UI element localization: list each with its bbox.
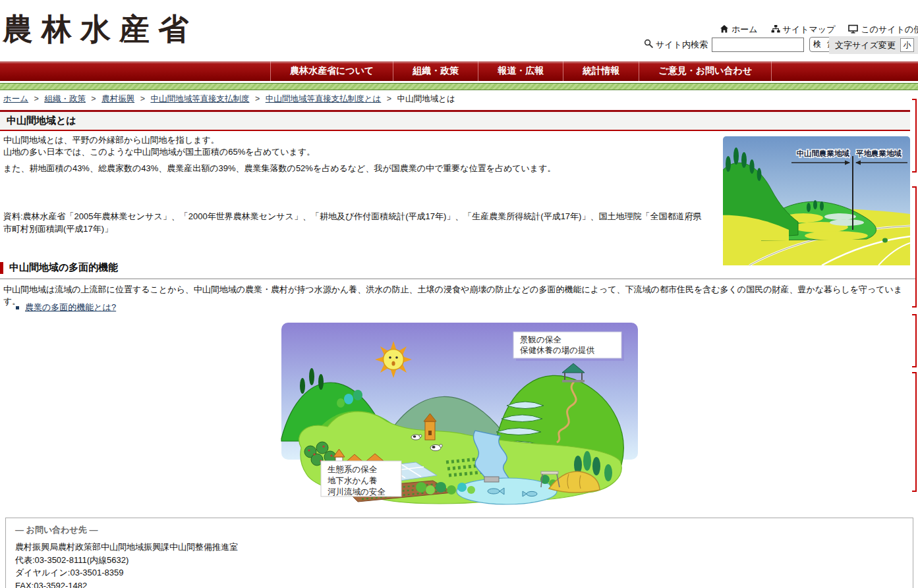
multifunction-link-row: 農業の多面的機能とは? (16, 302, 116, 313)
landscape-illustration: 景観の保全 保健休養の場の提供 生態系の保全 地下水かん養 河川流域の安全 (280, 321, 639, 510)
scenery-label-box: 景観の保全 保健休養の場の提供 (513, 332, 624, 361)
home-icon (720, 24, 729, 36)
ecosystem-label-line3: 河川流域の安全 (328, 487, 386, 496)
sitemap-link[interactable]: サイトマップ (771, 24, 836, 36)
breadcrumb-rural-development[interactable]: 農村振興 (101, 94, 134, 103)
site-search: サイト内検索 検 索 (644, 37, 841, 52)
site-help-link[interactable]: このサイトの使い方 (848, 24, 918, 36)
breadcrumb-organization[interactable]: 組織・政策 (44, 94, 86, 103)
nav-contact[interactable]: ご意見・お問い合わせ (639, 61, 771, 81)
ecosystem-label-box: 生態系の保全 地下水かん養 河川流域の安全 (321, 461, 401, 496)
square-bullet-icon (16, 306, 19, 309)
breadcrumb-payment-system-about[interactable]: 中山間地域等直接支払制度とは (266, 94, 382, 103)
monitor-icon (848, 24, 858, 36)
breadcrumb-separator: > (140, 94, 145, 103)
site-help-link-label: このサイトの使い方 (861, 24, 918, 36)
region-label-left: 中山間農業地域 (797, 149, 850, 157)
breadcrumb-current: 中山間地域とは (397, 94, 455, 103)
home-link-label: ホーム (732, 24, 758, 36)
global-nav: 農林水産省について 組織・政策 報道・広報 統計情報 ご意見・お問い合わせ (0, 61, 918, 81)
breadcrumb-separator: > (91, 94, 96, 103)
page-title: 中山間地域とは (0, 110, 910, 131)
search-input[interactable] (712, 38, 804, 52)
section-heading-row: 中山間地域の多面的機能 (0, 261, 915, 279)
intro-paragraph-2: また、耕地面積の43%、総農家数の43%、農業産出額の39%、農業集落数の52%… (3, 163, 712, 174)
font-size-small-button[interactable]: 小 (900, 38, 914, 52)
font-size-control: 文字サイズ変更 小 中 (829, 36, 918, 54)
heading-accent-bar (0, 262, 3, 274)
nav-about[interactable]: 農林水産省について (270, 61, 393, 81)
search-icon (644, 39, 654, 51)
nav-organization-policy[interactable]: 組織・政策 (393, 61, 478, 81)
contact-heading: ― お問い合わせ先 ― (15, 524, 904, 536)
nav-spacer (0, 61, 270, 81)
contact-office: 農村振興局農村政策部中山間地域振興課中山間整備推進室 (15, 541, 904, 554)
intro-line-1: 中山間地域とは、平野の外縁部から山間地を指します。 (3, 134, 712, 146)
intro-line-2: 山地の多い日本では、このような中山間地域が国土面積の65%を占めています。 (3, 146, 712, 158)
breadcrumb-separator: > (387, 94, 391, 103)
clipped-box-border (912, 314, 917, 367)
sun-icon (375, 341, 412, 378)
region-label-right: 平地農業地域 (855, 149, 902, 157)
breadcrumb: ホーム > 組織・政策 > 農村振興 > 中山間地域等直接支払制度 > 中山間地… (3, 94, 455, 105)
utility-links: ホーム サイトマップ このサイトの使い方 (720, 24, 918, 36)
site-logo: 農林水産省 (3, 9, 197, 50)
ecosystem-label-line2: 地下水かん養 (328, 476, 378, 485)
multifunction-paragraph: 中山間地域は流域の上流部に位置することから、中山間地域の農業・農村が持つ水源かん… (3, 284, 916, 307)
nav-filler (771, 61, 918, 81)
intro-paragraph-1: 中山間地域とは、平野の外縁部から山間地を指します。 山地の多い日本では、このよう… (3, 134, 712, 158)
scenery-label-line2: 保健休養の場の提供 (520, 346, 595, 355)
data-source-note: 資料:農林水産省「2005年農林業センサス」、「2000年世界農林業センサス」、… (3, 211, 707, 236)
font-size-label: 文字サイズ変更 (835, 40, 896, 51)
clipped-box-border (912, 186, 917, 307)
region-diagram-illustration: 中山間農業地域 平地農業地域 (723, 136, 910, 265)
green-divider-bar (0, 83, 918, 90)
clipped-box-border (912, 99, 917, 173)
sitemap-link-label: サイトマップ (783, 24, 836, 36)
breadcrumb-home[interactable]: ホーム (3, 94, 28, 103)
contact-box: ― お問い合わせ先 ― 農村振興局農村政策部中山間地域振興課中山間整備推進室 代… (5, 518, 913, 588)
scenery-label-line1: 景観の保全 (520, 335, 561, 344)
breadcrumb-separator: > (34, 94, 39, 103)
contact-phone-main: 代表:03-3502-8111(内線5632) (15, 554, 904, 567)
clipped-box-border (912, 372, 917, 492)
contact-fax: FAX:03-3592-1482 (15, 579, 904, 588)
nav-press[interactable]: 報道・広報 (478, 61, 563, 81)
breadcrumb-payment-system[interactable]: 中山間地域等直接支払制度 (150, 94, 249, 103)
multifunction-link[interactable]: 農業の多面的機能とは? (25, 302, 116, 313)
contact-phone-direct: ダイヤルイン:03-3501-8359 (15, 566, 904, 579)
nav-statistics[interactable]: 統計情報 (563, 61, 639, 81)
breadcrumb-separator: > (255, 94, 260, 103)
search-label: サイト内検索 (656, 39, 708, 51)
section-heading: 中山間地域の多面的機能 (9, 261, 118, 274)
sitemap-icon (771, 24, 780, 36)
home-link[interactable]: ホーム (720, 24, 758, 36)
ecosystem-label-line1: 生態系の保全 (328, 465, 378, 474)
